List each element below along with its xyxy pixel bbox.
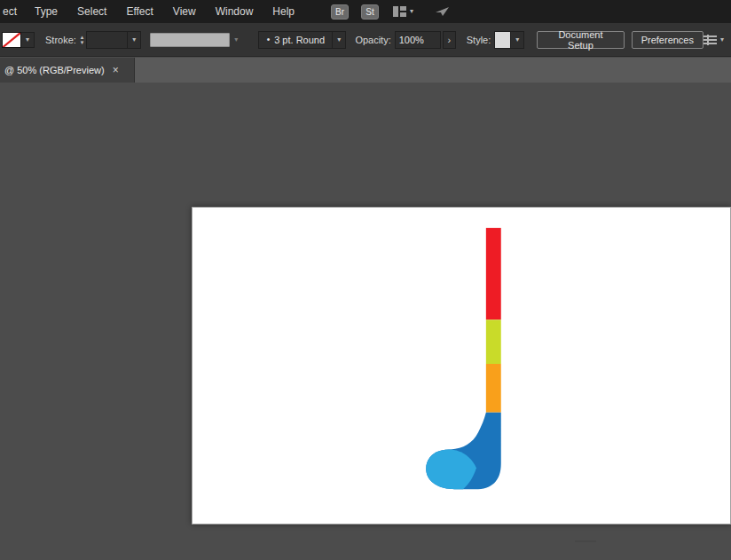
control-bar: ▾ Stroke: ▴ ▾ ▾ ▾ • 3 pt. Round ▾ Opacit… bbox=[0, 23, 731, 57]
opacity-flyout-button[interactable]: › bbox=[443, 31, 456, 49]
chevron-down-icon: ▾ bbox=[515, 36, 519, 43]
menu-item-label: ect bbox=[3, 5, 17, 18]
hockey-stick-artwork bbox=[193, 208, 730, 524]
stepper-down-icon[interactable]: ▾ bbox=[81, 40, 84, 45]
brush-dropdown-button[interactable]: ▾ bbox=[332, 32, 345, 48]
no-color-diagonal-icon bbox=[3, 33, 20, 47]
document-tab-label: @ 50% (RGB/Preview) bbox=[4, 65, 105, 75]
document-setup-button[interactable]: Document Setup bbox=[537, 31, 624, 49]
width-profile-dropdown[interactable]: ▾ bbox=[150, 33, 242, 47]
style-dropdown-button[interactable]: ▾ bbox=[510, 32, 523, 48]
brush-definition-value: 3 pt. Round bbox=[274, 35, 325, 45]
brush-definition-dropdown[interactable]: • 3 pt. Round ▾ bbox=[258, 31, 346, 49]
stroke-weight-value bbox=[87, 32, 127, 48]
stock-icon[interactable]: St bbox=[361, 4, 379, 20]
menu-item-label: View bbox=[173, 5, 196, 18]
share-icon[interactable] bbox=[435, 5, 451, 18]
style-dropdown[interactable]: ▾ bbox=[494, 31, 524, 49]
menu-item-window[interactable]: Window bbox=[206, 0, 263, 23]
align-options-dropdown[interactable]: ▾ bbox=[703, 35, 724, 45]
width-profile-preview bbox=[150, 33, 230, 47]
stick-segment-lime[interactable] bbox=[486, 319, 501, 364]
menu-item-help[interactable]: Help bbox=[263, 0, 304, 23]
brush-dot-icon: • bbox=[267, 35, 271, 44]
paper-plane-icon bbox=[435, 5, 451, 18]
menu-item-label: Type bbox=[35, 5, 58, 18]
menu-item-view[interactable]: View bbox=[163, 0, 206, 23]
menu-item-label: Window bbox=[216, 5, 254, 18]
chevron-down-icon: ▾ bbox=[230, 36, 242, 43]
workspace-icon bbox=[393, 6, 406, 17]
stroke-weight-dropdown[interactable]: ▾ bbox=[86, 31, 141, 49]
artboard[interactable] bbox=[192, 207, 731, 525]
chevron-down-icon: ▾ bbox=[337, 36, 341, 43]
chevron-right-icon: › bbox=[447, 35, 451, 45]
stick-segment-red[interactable] bbox=[486, 228, 501, 319]
style-label: Style: bbox=[467, 35, 491, 45]
no-stroke-swatch-icon[interactable] bbox=[2, 32, 21, 48]
stroke-color-widget[interactable]: ▾ bbox=[2, 32, 35, 48]
menu-item-object-truncated[interactable]: ect bbox=[0, 0, 25, 23]
menu-item-type[interactable]: Type bbox=[25, 0, 67, 23]
workspace-switcher[interactable]: ▾ bbox=[393, 6, 413, 17]
menu-item-label: Help bbox=[272, 5, 295, 18]
chevron-down-icon: ▾ bbox=[410, 8, 413, 15]
chevron-down-icon: ▾ bbox=[26, 36, 29, 43]
menu-bar: ect Type Select Effect View Window Help … bbox=[0, 0, 731, 23]
menu-item-effect[interactable]: Effect bbox=[116, 0, 162, 23]
stroke-weight-stepper[interactable]: ▴ ▾ bbox=[81, 35, 84, 45]
menu-item-label: Select bbox=[77, 5, 106, 18]
stroke-color-dropdown-button[interactable]: ▾ bbox=[21, 32, 35, 48]
opacity-input[interactable] bbox=[395, 31, 441, 49]
chevron-down-icon: ▾ bbox=[720, 36, 724, 43]
style-swatch bbox=[495, 32, 510, 48]
preferences-button[interactable]: Preferences bbox=[632, 31, 703, 49]
menu-item-select[interactable]: Select bbox=[67, 0, 116, 23]
opacity-label: Opacity: bbox=[355, 35, 390, 45]
stroke-label: Stroke: bbox=[45, 35, 76, 45]
stick-segment-orange[interactable] bbox=[486, 364, 501, 413]
align-icon bbox=[703, 35, 717, 45]
chevron-down-icon: ▾ bbox=[132, 36, 136, 43]
artboard-label-dash bbox=[575, 540, 596, 542]
pasteboard[interactable] bbox=[0, 83, 731, 560]
document-tab[interactable]: @ 50% (RGB/Preview) × bbox=[0, 58, 135, 83]
document-tab-bar: @ 50% (RGB/Preview) × bbox=[0, 58, 731, 83]
stroke-weight-dropdown-button[interactable]: ▾ bbox=[127, 32, 140, 48]
close-icon[interactable]: × bbox=[113, 65, 119, 75]
bridge-icon[interactable]: Br bbox=[331, 4, 349, 20]
menu-item-label: Effect bbox=[126, 5, 153, 18]
